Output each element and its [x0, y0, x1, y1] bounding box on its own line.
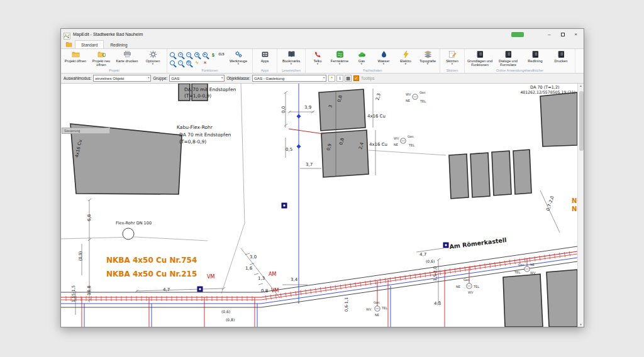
scroll-down-icon[interactable]: ▼ [579, 323, 582, 326]
measure-icon[interactable]: $ [209, 51, 217, 58]
minimize-button[interactable]: – [544, 30, 555, 38]
zoom-extents-icon[interactable] [169, 51, 176, 58]
map-canvas[interactable]: WVNEGasTELWVNEGasTELGasWVTELNEGasNETELWV… [61, 84, 577, 327]
map-viewport: Steuerung [61, 84, 577, 327]
scrollbar-thumb[interactable] [579, 91, 584, 151]
gear-icon [149, 50, 157, 58]
map-label: NKBA 4x50 Cu Nr.754 [106, 256, 197, 265]
fernwaerme-button[interactable]: Fernwärme ▾ [329, 50, 350, 66]
map-label: 481262,12/5578505,19 (21) [520, 90, 575, 94]
scroll-up-icon[interactable]: ▲ [579, 84, 582, 87]
projekt-neu-oeffnen-button[interactable]: Projekt neu öffnen [89, 50, 114, 67]
chevron-down-icon: ▾ [339, 63, 340, 66]
tab-redlining[interactable]: Redlining [104, 41, 133, 48]
ribbon-group-lesezeichen: Bookmarks ▾ Lesezeichen [277, 49, 306, 73]
chevron-down-icon: ▾ [361, 63, 362, 66]
handbuch-dialoge-button[interactable]: Dialoge und Formulare [494, 50, 522, 67]
optionen-button[interactable]: Optionen ▾ [140, 50, 165, 66]
steuerung-panel[interactable]: Steuerung [62, 128, 110, 134]
karte-drucken-button[interactable]: Karte drucken [114, 50, 140, 63]
building [547, 270, 577, 327]
telko-button[interactable]: Telko ▾ [307, 50, 328, 66]
skizzen-button[interactable]: Skizzen ▾ [441, 50, 463, 66]
selection-toolbar: Auswahlmodus: einzelnes Objekt ▾ Gruppe:… [61, 74, 584, 84]
map-label: NKBA 4x50 Cu Nr.215 [106, 270, 197, 278]
map-label: AM [269, 272, 276, 277]
ribbon-group-skizzen: Skizzen ▾ Skizzen [440, 49, 465, 73]
gruppe-select[interactable]: GAS ▾ [169, 75, 225, 82]
tooltips-label: Tooltips [361, 76, 374, 80]
chevron-down-icon: ▾ [405, 63, 406, 66]
map-label: 0,8 [261, 288, 268, 294]
handbuch-grundlagen-button[interactable]: Grundlagen und Funktionen [466, 50, 494, 67]
projekt-oeffnen-button[interactable]: Projekt öffnen [63, 50, 88, 63]
svg-text:NE: NE [375, 313, 379, 317]
file-menu-button[interactable] [63, 40, 74, 48]
auswahlmodus-select[interactable]: einzelnes Objekt ▾ [93, 75, 151, 82]
handbuch-drucken-button[interactable]: Drucken [548, 50, 574, 63]
map-label: (0,9) [78, 251, 83, 261]
svg-text:NE: NE [406, 99, 410, 102]
tooltips-checkbox[interactable]: ✓ [353, 75, 359, 81]
ribbon-group-apps: Apps Apps [253, 49, 277, 73]
svg-text:WV: WV [468, 290, 474, 294]
objektklasse-label: Objektklasse: [226, 76, 250, 80]
info-icon-button[interactable]: i [336, 75, 343, 82]
map-label: VM [207, 274, 214, 280]
buildings-layer [70, 84, 577, 327]
flash-icon[interactable]: ϟ [193, 59, 201, 67]
gas-button[interactable]: Gas ▾ [351, 50, 372, 66]
cls-button[interactable]: CLS [218, 51, 225, 58]
objektklasse-select[interactable]: GAS - Gasleitung ▾ [252, 75, 326, 82]
apps-button[interactable]: Apps [254, 50, 275, 63]
zoom-refresh-icon[interactable]: ↻ [185, 59, 192, 67]
svg-text:Gas: Gas [419, 91, 426, 94]
zoom-previous-icon[interactable]: ◂ [193, 51, 201, 58]
svg-text:NE: NE [530, 263, 535, 266]
zoom-in-icon[interactable]: + [177, 51, 184, 58]
maximize-button[interactable] [557, 30, 568, 38]
list-icon-button[interactable]: ▤ [345, 75, 352, 82]
building [321, 130, 369, 177]
book-icon [531, 50, 540, 58]
map-label: 0,5 [286, 147, 292, 152]
map-label: (0,6) [426, 259, 435, 263]
building [492, 151, 511, 195]
map-label: (T=1,0-0,9) [184, 93, 211, 99]
svg-text:WV: WV [366, 307, 372, 311]
svg-text:NE: NE [394, 143, 398, 146]
building [503, 274, 543, 327]
map-label: (0,8) [226, 317, 235, 322]
handbuch-redlining-button[interactable]: Redlining [523, 50, 548, 63]
zoom-window-icon[interactable]: ▫ [177, 59, 184, 67]
zoom-next-icon[interactable]: ▸ [201, 51, 209, 58]
building [70, 124, 182, 194]
tab-standard[interactable]: Standard [75, 40, 104, 48]
zoom-pan-icon[interactable] [169, 59, 176, 67]
map-label: 4x16 Cu [369, 142, 387, 147]
bookmarks-button[interactable]: Bookmarks ▾ [279, 50, 304, 66]
svg-text:Gas: Gas [374, 300, 380, 304]
werkzeuge-button[interactable]: Werkzeuge ▾ [226, 50, 251, 66]
open-book-icon [287, 50, 296, 58]
ribbon-group-label: Skizzen [441, 68, 463, 73]
topografie-button[interactable]: Topografie ▾ [417, 50, 438, 66]
delete-icon[interactable]: × [201, 59, 209, 67]
ribbon-group-label: Projekt [63, 68, 165, 73]
ribbon: Projekt öffnen Projekt neu öffnen Karte … [61, 49, 584, 74]
svg-text:NE: NE [456, 285, 460, 288]
utility-marker-cluster: GasNETELWV [514, 263, 536, 275]
zoom-out-icon[interactable]: − [185, 51, 192, 58]
ribbon-group-label: Funktionen [169, 68, 251, 73]
close-button[interactable]: × [570, 30, 581, 38]
flex-rohr-symbol [123, 228, 134, 239]
building [319, 89, 365, 131]
book-icon [476, 50, 484, 58]
highlight-icon-button[interactable]: * [328, 75, 335, 82]
wasser-button[interactable]: Wasser ▾ [373, 50, 394, 66]
ribbon-group-label: Lesezeichen [279, 68, 304, 73]
vertical-scrollbar[interactable]: ▲ ▼ [577, 84, 584, 327]
map-label: 18,8 [87, 285, 92, 295]
elektro-button[interactable]: Elektro ▾ [395, 50, 416, 66]
map-label: (T=0,8-0,9) [179, 139, 206, 145]
